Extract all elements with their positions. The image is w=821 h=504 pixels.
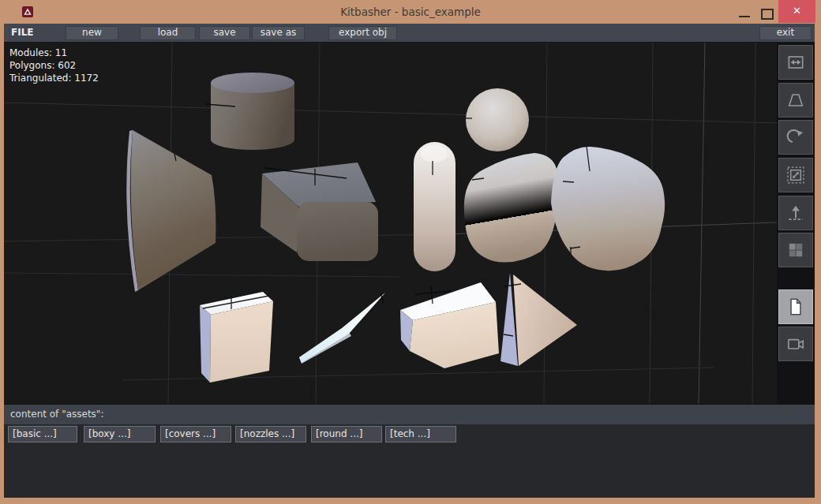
stat-triangulated: Triangulated: 1172 [9, 72, 99, 84]
assets-panel-header: content of "assets": [4, 405, 815, 424]
tool-quad-view-button[interactable] [778, 233, 813, 267]
module-sphere[interactable] [466, 88, 529, 151]
module-rounded-box[interactable] [261, 162, 378, 261]
file-menu-label: FILE [11, 24, 34, 42]
quad-view-icon [785, 240, 806, 260]
export-obj-button[interactable]: export obj [328, 26, 397, 40]
module-wedge-prism[interactable] [400, 282, 499, 368]
exit-button[interactable]: exit [759, 26, 812, 40]
asset-group-covers-button[interactable]: [covers ...] [160, 426, 231, 442]
asset-group-tech-button[interactable]: [tech ...] [385, 426, 456, 442]
new-button[interactable]: new [66, 26, 118, 40]
scene-stats: Modules: 11 Polygons: 602 Triangulated: … [9, 47, 99, 84]
save-button[interactable]: save [199, 26, 250, 40]
raise-icon [785, 203, 806, 223]
tool-taper-button[interactable] [778, 83, 813, 118]
viewport-canvas[interactable] [4, 43, 777, 404]
app-window: Kitbasher - basic_example ✕ FILE new loa… [0, 0, 821, 504]
asset-group-nozzles-button[interactable]: [nozzles ...] [235, 426, 306, 442]
tool-camera-button[interactable] [778, 327, 813, 361]
module-cylinder[interactable] [211, 73, 294, 150]
save-as-button[interactable]: save as [252, 26, 305, 40]
tool-rotate-button[interactable] [778, 120, 813, 155]
stretch-icon [785, 52, 806, 73]
close-button[interactable]: ✕ [778, 0, 815, 23]
asset-group-boxy-button[interactable]: [boxy ...] [84, 426, 156, 442]
module-capsule[interactable] [414, 142, 455, 271]
stat-modules: Modules: 11 [9, 47, 99, 59]
new-module-page-icon [785, 297, 806, 317]
tool-scale-button[interactable] [778, 158, 813, 192]
rotate-icon [785, 127, 806, 147]
module-cube[interactable] [200, 292, 273, 383]
minimize-icon [739, 16, 750, 17]
tool-column [777, 43, 815, 404]
maximize-icon [761, 9, 774, 20]
taper-icon [785, 90, 806, 110]
module-blob-large[interactable] [551, 147, 665, 271]
module-horn-cone[interactable] [126, 130, 216, 292]
assets-button-row: [basic ...] [boxy ...] [covers ...] [noz… [4, 426, 815, 442]
tool-stretch-button[interactable] [778, 45, 813, 80]
stat-polygons: Polygons: 602 [9, 59, 99, 72]
module-thin-wedge[interactable] [299, 293, 385, 364]
window-title: Kitbasher - basic_example [0, 0, 821, 24]
tool-raise-button[interactable] [778, 196, 813, 230]
titlebar: Kitbasher - basic_example ✕ [0, 0, 821, 24]
menubar: FILE new load save save as export obj ex… [4, 24, 815, 43]
asset-group-round-button[interactable]: [round ...] [311, 426, 382, 442]
module-triangular-prism[interactable] [500, 273, 577, 366]
viewport[interactable]: Modules: 11 Polygons: 602 Triangulated: … [4, 43, 777, 404]
maximize-button[interactable] [756, 0, 777, 24]
asset-group-basic-button[interactable]: [basic ...] [8, 426, 77, 442]
minimize-button[interactable] [734, 0, 755, 24]
camera-icon [785, 334, 806, 354]
load-button[interactable]: load [140, 26, 196, 40]
module-blob-small[interactable] [464, 153, 558, 263]
assets-panel: content of "assets": [basic ...] [boxy .… [4, 404, 815, 498]
scale-icon [785, 165, 806, 185]
tool-new-module-button[interactable] [778, 289, 813, 324]
